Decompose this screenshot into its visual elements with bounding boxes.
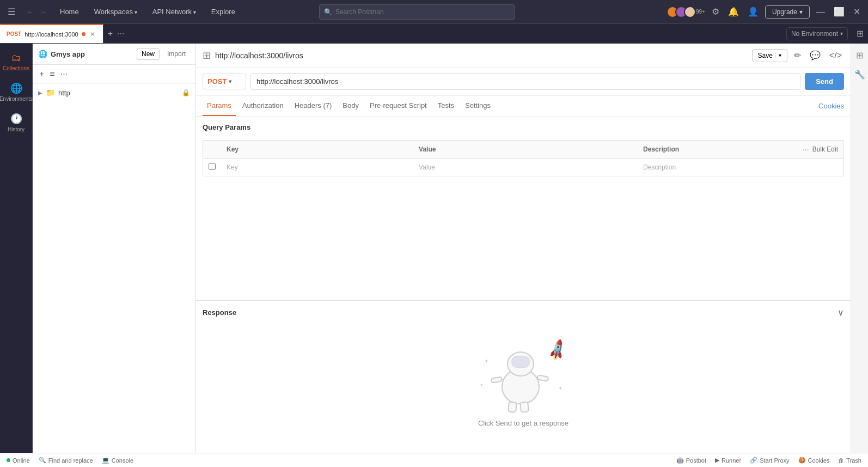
response-collapse-button[interactable]: ∨ <box>838 307 844 318</box>
tab-authorization[interactable]: Authorization <box>238 96 288 116</box>
status-bar-left: Online 🔍 Find and replace 💻 Console <box>7 457 133 464</box>
query-params-title: Query Params <box>203 123 250 131</box>
url-input[interactable] <box>250 73 800 90</box>
sidebar: 🗂 Collections 🌐 Environments 🕐 History <box>0 44 33 453</box>
row-key[interactable]: Key <box>221 159 413 177</box>
collection-folder-icon: 📁 <box>46 88 55 97</box>
collection-item-http[interactable]: ▶ 📁 http 🔒 <box>33 84 195 101</box>
tab-body[interactable]: Body <box>338 96 363 116</box>
save-button[interactable]: Save ▾ <box>752 49 787 62</box>
forward-button[interactable]: → <box>37 7 49 17</box>
panel-more-button[interactable]: ··· <box>59 68 69 80</box>
row-checkbox[interactable] <box>203 159 222 177</box>
right-panel-icon-2[interactable]: 🔧 <box>852 67 867 82</box>
environment-selector[interactable]: No Environment ▾ <box>786 27 848 40</box>
settings-icon-button[interactable]: ⚙ <box>710 4 722 19</box>
filter-button[interactable]: ≡ <box>48 68 56 80</box>
table-row: Key Value Description <box>203 159 844 177</box>
edit-icon-button[interactable]: ✏ <box>792 48 803 63</box>
cookies-status-item[interactable]: 🍪 Cookies <box>798 457 830 464</box>
console-item[interactable]: 💻 Console <box>102 457 133 464</box>
bulk-edit-button[interactable]: Bulk Edit <box>812 145 838 153</box>
start-proxy-item[interactable]: 🔗 Start Proxy <box>750 457 789 464</box>
tab-prerequest-script[interactable]: Pre-request Script <box>365 96 431 116</box>
trash-item[interactable]: 🗑 Trash <box>838 457 861 464</box>
search-input[interactable] <box>335 8 510 16</box>
tab-close-button[interactable]: ✕ <box>89 31 96 38</box>
upgrade-button[interactable]: Upgrade ▾ <box>765 5 810 19</box>
api-network-nav-button[interactable]: API Network <box>148 5 200 18</box>
find-replace-label: Find and replace <box>48 457 93 464</box>
maximize-button[interactable]: ⬜ <box>832 4 847 19</box>
find-replace-item[interactable]: 🔍 Find and replace <box>39 457 93 464</box>
avatar-3 <box>684 6 696 18</box>
table-more-icon[interactable]: ··· <box>803 145 809 154</box>
method-url-row: POST ▾ Send <box>196 68 851 96</box>
new-tab-button[interactable]: + <box>108 29 113 39</box>
nav-right: 99+ ⚙ 🔔 👤 Upgrade ▾ — ⬜ ✕ <box>670 4 863 19</box>
runner-label: Runner <box>722 457 741 464</box>
nav-left: ☰ ← → Home Workspaces API Network Explor… <box>5 4 240 19</box>
minimize-button[interactable]: — <box>814 5 827 19</box>
postbot-label: Postbot <box>686 457 706 464</box>
profile-icon-button[interactable]: 👤 <box>745 4 761 19</box>
sidebar-item-history[interactable]: 🕐 History <box>2 108 30 137</box>
request-tab-active[interactable]: POST http://localhost:3000 ✕ <box>0 24 103 43</box>
top-navigation: ☰ ← → Home Workspaces API Network Explor… <box>0 0 868 24</box>
sidebar-item-environments[interactable]: 🌐 Environments <box>2 78 30 106</box>
tab-method-badge: POST <box>7 31 21 37</box>
checkbox-col-header <box>203 141 222 159</box>
row-description[interactable]: Description <box>638 159 843 177</box>
online-dot <box>7 458 10 462</box>
runner-item[interactable]: ▶ Runner <box>715 457 741 464</box>
tab-url: http://localhost:3000 <box>25 31 78 38</box>
method-label: POST <box>207 77 227 86</box>
explore-nav-button[interactable]: Explore <box>207 5 240 18</box>
method-selector[interactable]: POST ▾ <box>203 74 246 89</box>
home-nav-button[interactable]: Home <box>56 5 83 18</box>
row-value[interactable]: Value <box>413 159 638 177</box>
params-table: Key Value Description ··· Bulk Edit <box>203 140 844 177</box>
tab-settings[interactable]: Settings <box>461 96 495 116</box>
sidebar-item-collections[interactable]: 🗂 Collections <box>2 48 30 76</box>
cookies-link[interactable]: Cookies <box>818 102 844 110</box>
notifications-icon-button[interactable]: 🔔 <box>726 4 741 19</box>
workspaces-nav-button[interactable]: Workspaces <box>90 5 142 18</box>
nav-back-forward: ← → <box>24 7 49 17</box>
online-label: Online <box>13 457 30 464</box>
panel-toolbar: + ≡ ··· <box>33 65 195 84</box>
tab-params[interactable]: Params <box>203 96 236 116</box>
import-button[interactable]: Import <box>163 48 190 59</box>
environments-icon: 🌐 <box>10 82 22 94</box>
menu-button[interactable]: ☰ <box>5 4 17 19</box>
close-window-button[interactable]: ✕ <box>851 4 863 19</box>
tab-more-button[interactable]: ··· <box>117 29 124 39</box>
layout-button[interactable]: ⊞ <box>852 28 868 39</box>
add-item-button[interactable]: + <box>38 68 45 80</box>
tab-headers[interactable]: Headers (7) <box>290 96 337 116</box>
send-button[interactable]: Send <box>805 73 844 90</box>
console-label: Console <box>112 457 133 464</box>
sidebar-environments-label: Environments <box>0 96 33 102</box>
code-icon-button[interactable]: </> <box>827 48 844 63</box>
find-replace-icon: 🔍 <box>39 457 46 464</box>
search-bar[interactable]: 🔍 <box>319 4 515 20</box>
new-collection-button[interactable]: New <box>137 48 160 60</box>
sidebar-collections-label: Collections <box>3 65 29 71</box>
collection-caret-icon: ▶ <box>38 90 42 96</box>
request-url-bar: ⊞ http://localhost:3000/livros Save ▾ ✏ … <box>196 44 851 68</box>
collection-name: http <box>58 89 179 97</box>
right-panel-icon-1[interactable]: ⊞ <box>854 48 865 63</box>
postbot-item[interactable]: 🤖 Postbot <box>676 457 706 464</box>
tab-tests[interactable]: Tests <box>433 96 459 116</box>
collections-icon: 🗂 <box>11 52 21 64</box>
trash-icon: 🗑 <box>838 457 844 464</box>
request-url-title: http://localhost:3000/livros <box>215 51 303 60</box>
method-arrow-icon: ▾ <box>229 78 231 84</box>
comment-icon-button[interactable]: 💬 <box>808 48 823 63</box>
runner-icon: ▶ <box>715 457 719 464</box>
online-status[interactable]: Online <box>7 457 30 464</box>
response-header: Response ∨ <box>203 307 844 318</box>
rocket-icon: 🚀 <box>545 338 570 363</box>
back-button[interactable]: ← <box>24 7 36 17</box>
